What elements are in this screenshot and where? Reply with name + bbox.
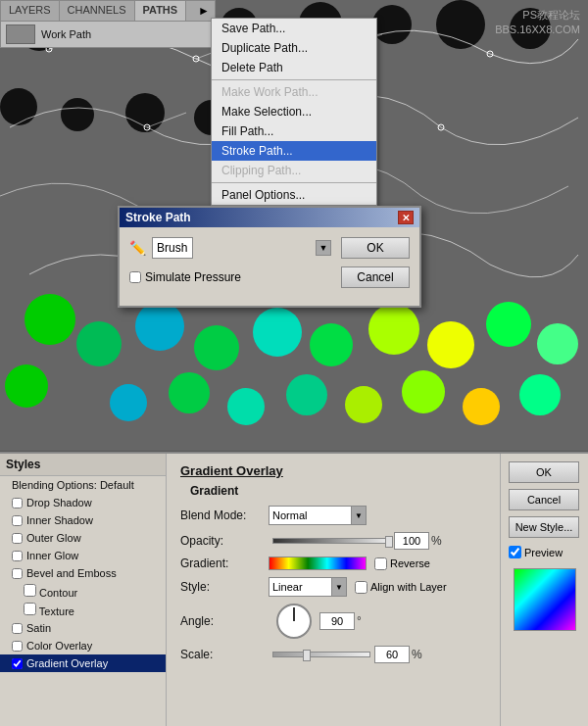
stroke-ok-button[interactable]: OK [341,237,410,259]
ok-button[interactable]: OK [509,461,579,483]
dialog-body: ✏️ Brush ▼ OK Simulate Pressure Cancel [120,227,419,306]
style-buttons: OK Cancel New Style... Preview [500,454,588,726]
inner-glow-item[interactable]: Inner Glow [0,547,166,564]
angle-input[interactable] [319,612,355,630]
scale-row: Scale: % [180,646,486,663]
blend-mode-select[interactable]: Normal [269,506,367,525]
bevel-emboss-checkbox[interactable] [12,568,23,579]
circle-green-8 [169,372,210,413]
simulate-checkbox-row: Simulate Pressure [129,270,241,284]
menu-save-path[interactable]: Save Path... [212,19,376,38]
tab-layers[interactable]: LAYERS [1,1,60,21]
reverse-check: Reverse [374,557,430,570]
texture-item[interactable]: Texture [0,601,166,619]
svg-point-3 [487,51,493,57]
dialog-close-button[interactable]: ✕ [398,211,414,224]
drop-shadow-checkbox[interactable] [12,498,23,508]
bevel-emboss-item[interactable]: Bevel and Emboss [0,564,166,582]
style-select-wrap: Linear ▼ [269,577,347,597]
inner-shadow-item[interactable]: Inner Shadow [0,511,166,529]
sub-section-title: Gradient [190,484,486,498]
contour-item[interactable]: Contour [0,582,166,601]
angle-unit: ° [357,614,362,628]
paths-panel: LAYERS CHANNELS PATHS ► Work Path [0,0,216,48]
angle-row: Angle: ° [180,604,486,639]
stroke-path-dialog: Stroke Path ✕ ✏️ Brush ▼ OK Simulate Pre… [118,206,421,308]
angle-label: Angle: [180,614,269,628]
menu-make-work-path: Make Work Path... [212,82,376,102]
circle-black-11 [125,93,165,132]
satin-item[interactable]: Satin [0,619,166,637]
circle-teal-1 [135,302,184,351]
preview-checkbox[interactable] [509,546,521,558]
menu-delete-path[interactable]: Delete Path [212,58,376,77]
opacity-slider-thumb[interactable] [385,536,393,548]
circle-green-10 [519,374,561,415]
tab-channels[interactable]: CHANNELS [60,1,135,21]
circle-black-6 [372,5,412,44]
simulate-pressure-checkbox[interactable] [129,271,141,283]
opacity-row: Opacity: % [180,532,486,550]
stroke-cancel-button[interactable]: Cancel [341,266,410,288]
svg-point-6 [438,124,444,130]
satin-checkbox[interactable] [12,623,23,634]
contour-checkbox[interactable] [24,584,36,597]
style-select[interactable]: Linear [269,577,347,597]
work-path-label: Work Path [41,28,91,40]
context-menu: Save Path... Duplicate Path... Delete Pa… [211,18,377,206]
color-overlay-item[interactable]: Color Overlay [0,637,166,654]
menu-make-selection[interactable]: Make Selection... [212,102,376,121]
menu-fill-path[interactable]: Fill Path... [212,121,376,141]
blending-options-item[interactable]: Blending Options: Default [0,476,166,494]
align-check: Align with Layer [355,581,447,594]
outer-glow-item[interactable]: Outer Glow [0,529,166,547]
inner-shadow-checkbox[interactable] [12,515,23,526]
opacity-slider-track[interactable] [272,538,390,544]
cancel-button[interactable]: Cancel [509,489,579,510]
align-layer-checkbox[interactable] [355,581,368,594]
styles-header: Styles [0,454,166,476]
menu-clipping-path: Clipping Path... [212,161,376,180]
circle-green-5 [486,302,531,347]
new-style-button[interactable]: New Style... [509,516,579,538]
scale-input[interactable] [374,646,410,663]
tool-select-arrow: ▼ [316,240,331,256]
gradient-label: Gradient: [180,557,269,570]
gradient-overlay-item[interactable]: Gradient Overlay [0,654,166,672]
style-content: Gradient Overlay Gradient Blend Mode: No… [167,454,500,726]
blend-mode-row: Blend Mode: Normal ▼ [180,506,486,525]
tool-row: ✏️ Brush ▼ OK [129,237,410,259]
preview-box [514,568,576,631]
circle-black-9 [0,88,37,125]
layer-style-panel: Styles Blending Options: Default Drop Sh… [0,452,588,726]
drop-shadow-item[interactable]: Drop Shadow [0,494,166,511]
svg-point-1 [193,56,199,62]
opacity-label: Opacity: [180,534,269,548]
section-title: Gradient Overlay [180,463,486,478]
menu-duplicate-path[interactable]: Duplicate Path... [212,38,376,58]
styles-list: Styles Blending Options: Default Drop Sh… [0,454,167,726]
angle-dial[interactable] [276,604,312,639]
gradient-row: Gradient: Reverse [180,557,486,570]
work-path-row[interactable]: Work Path [1,22,215,47]
circle-lime-2 [345,386,382,423]
texture-checkbox[interactable] [24,603,36,615]
inner-glow-checkbox[interactable] [12,551,23,561]
dialog-title: Stroke Path [125,211,191,224]
reverse-checkbox[interactable] [374,557,387,570]
tab-paths[interactable]: PATHS [135,1,187,21]
style-row: Style: Linear ▼ Align with Layer [180,577,486,597]
gradient-overlay-checkbox[interactable] [12,658,23,669]
opacity-input[interactable] [394,532,429,550]
gradient-preview[interactable] [269,557,367,570]
style-label: Style: [180,580,269,594]
circle-cyan-2 [110,384,147,421]
scale-slider-thumb[interactable] [303,650,311,661]
tool-select[interactable]: Brush [152,237,193,259]
outer-glow-checkbox[interactable] [12,533,23,544]
menu-panel-options[interactable]: Panel Options... [212,185,376,205]
circle-lime-3 [402,370,445,413]
scale-slider-track[interactable] [272,652,370,657]
menu-stroke-path[interactable]: Stroke Path... [212,141,376,161]
color-overlay-checkbox[interactable] [12,641,23,652]
